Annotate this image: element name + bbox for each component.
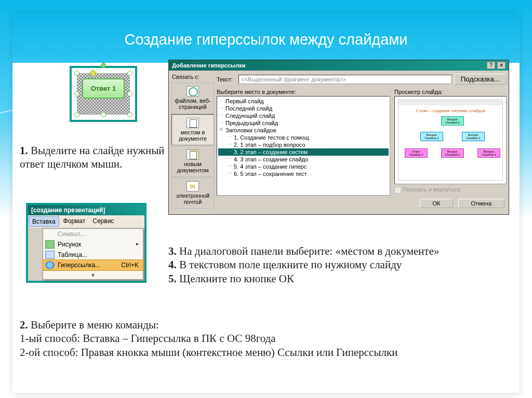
dialog-titlebar[interactable]: Добавление гиперссылки ? ✕ (169, 60, 509, 71)
resize-handle[interactable] (74, 112, 79, 117)
rotate-handle[interactable] (101, 63, 106, 68)
menu-item-symbol[interactable]: Символ... (43, 229, 143, 239)
answer-button[interactable]: Ответ 1 (82, 78, 125, 99)
tree-item[interactable]: 1. Создание тестов с помощ (218, 134, 389, 141)
menu-bar: Вставка Формат Сервис (28, 215, 144, 228)
link-with-label: Связать с: (171, 73, 215, 82)
ok-button[interactable]: ОК (420, 199, 454, 208)
tree-item[interactable]: 4. 3 этап – создание слайдо (218, 156, 389, 163)
tree-item-selected[interactable]: 3. 2 этап – создание систем (218, 148, 389, 156)
resize-handle[interactable] (74, 71, 79, 76)
hyperlink-dialog: Добавление гиперссылки ? ✕ Связать с: фа… (168, 60, 509, 215)
answer-selection-box: Ответ 1 (70, 66, 137, 122)
resize-handle[interactable] (127, 71, 132, 76)
slide-title: Создание гиперссылок между слайдами (12, 12, 520, 63)
tree-item[interactable]: Первый слайд (218, 98, 389, 105)
step-1-text: 1. Выделите на слайде нужный ответ щелчк… (20, 144, 170, 171)
table-icon (45, 251, 55, 259)
text-label: Текст: (217, 76, 236, 83)
window-title: [создание презентаций] (28, 205, 144, 215)
resize-handle[interactable] (101, 112, 106, 117)
steps-3-5-text: 3. На диалоговой панели выберите: «место… (168, 244, 511, 285)
menu-format[interactable]: Формат (60, 216, 89, 227)
dialog-title-text: Добавление гиперссылки (172, 62, 245, 68)
menu-service[interactable]: Сервис (89, 216, 117, 227)
slide-preview: 2 этап – создание системы слайдов Вопрос… (394, 96, 507, 184)
preview-label: Просмотр слайда: (394, 88, 507, 96)
tree-item[interactable]: 6. 5 этап – сохранение тест (218, 170, 389, 177)
link-opt-new-doc[interactable]: новым документом (171, 146, 214, 177)
tree-item[interactable]: 5. 4 этап – создание гиперс (218, 163, 389, 170)
new-doc-icon (187, 149, 199, 160)
link-opt-file-web[interactable]: файлом, веб-страницей (171, 83, 214, 114)
adjust-handle[interactable] (89, 70, 96, 77)
text-input[interactable]: <<Выделенный фрагмент документа>> (238, 75, 452, 84)
menu-item-table[interactable]: Таблица... (43, 250, 143, 260)
preview-diagram: Вопрос Ошибка-1 Вопрос Ошибка-1 Вопрос О… (401, 116, 500, 163)
document-tree[interactable]: Первый слайд Последний слайд Следующий с… (217, 96, 390, 196)
tree-item[interactable]: Последний слайд (218, 105, 389, 112)
step-2-text: 2. Выберите в меню команды: 1-ый способ:… (20, 318, 513, 359)
choose-place-label: Выберите место в документе: (217, 88, 390, 96)
resize-handle[interactable] (127, 112, 132, 117)
resize-handle[interactable] (127, 91, 132, 97)
close-button[interactable]: ✕ (497, 62, 506, 69)
show-return-checkbox (394, 187, 401, 194)
link-to-sidebar: Связать с: файлом, веб-страницей местом … (171, 73, 215, 212)
resize-handle[interactable] (74, 91, 79, 97)
tree-item[interactable]: 2. 1 этап – подбор вопросо (218, 141, 389, 148)
tree-item[interactable]: Следующий слайд (218, 112, 389, 119)
link-opt-place-in-doc[interactable]: местом в документе (171, 114, 214, 145)
menu-expand[interactable]: ▾ (43, 270, 143, 279)
menu-dropdown: Символ... Рисунок▸ Таблица... Гиперссылк… (43, 228, 143, 280)
menu-screenshot: [создание презентаций] Вставка Формат Се… (26, 203, 147, 283)
menu-insert[interactable]: Вставка (29, 216, 59, 227)
tree-item-headers[interactable]: Заголовки слайдов (218, 127, 389, 134)
picture-icon (45, 240, 55, 249)
cancel-button[interactable]: Отмена (458, 199, 504, 208)
web-icon (187, 86, 199, 97)
help-button[interactable]: ? (487, 62, 495, 69)
hint-button[interactable]: Подсказка... (454, 74, 507, 85)
slide-frame: Создание гиперссылок между слайдами Отве… (12, 12, 520, 393)
tree-item[interactable]: Предыдущий слайд (218, 119, 389, 127)
document-icon (187, 118, 199, 128)
preview-slide-title: 2 этап – создание системы слайдов (401, 102, 500, 116)
hyperlink-icon (45, 261, 55, 269)
mail-icon (187, 181, 199, 191)
menu-item-hyperlink[interactable]: Гиперссылка... Ctrl+K (43, 259, 143, 271)
link-opt-email[interactable]: электронной почтой (171, 177, 214, 209)
menu-item-picture[interactable]: Рисунок▸ (43, 239, 143, 250)
show-return-row: Показать и вернуться (394, 184, 507, 196)
